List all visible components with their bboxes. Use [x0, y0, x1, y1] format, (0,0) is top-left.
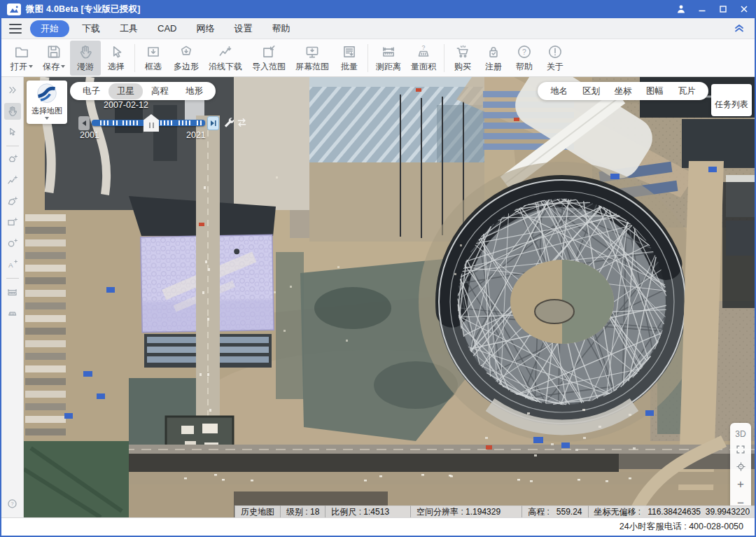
left-toolbar: A ?	[1, 77, 24, 517]
tab-tiles[interactable]: 瓦片	[678, 85, 696, 97]
timeline-prev-button[interactable]	[78, 116, 90, 130]
menu-download[interactable]: 下载	[75, 20, 107, 37]
import-extent-button[interactable]: 导入范围	[247, 41, 290, 76]
cart-icon	[454, 43, 471, 60]
close-button[interactable]	[734, 0, 755, 18]
menu-help[interactable]: 帮助	[265, 20, 297, 37]
box-select-button[interactable]: 框选	[138, 41, 169, 76]
lock-check-icon	[485, 43, 502, 60]
app-logo-icon	[7, 4, 21, 15]
view-control-panel: 3D + −	[730, 423, 751, 515]
locate-icon[interactable]	[736, 461, 746, 472]
tab-coordinates[interactable]: 坐标	[614, 85, 631, 97]
collapse-ribbon-icon[interactable]	[734, 22, 745, 35]
draw-freehand-polygon-icon[interactable]	[4, 151, 21, 168]
menu-start[interactable]: 开始	[30, 20, 69, 37]
folder-icon	[13, 43, 30, 60]
layer-switcher: 电子 卫星 高程 地形	[70, 82, 216, 100]
area-ruler-icon: ?	[415, 43, 432, 60]
status-resolution: 空间分辨率 : 1.194329	[410, 505, 506, 517]
add-text-icon[interactable]: A	[4, 256, 21, 273]
measure-area-icon[interactable]	[4, 305, 21, 321]
ribbon-toolbar: 打开 保存 漫游 选择 框选 多边形 沿线下载 导入范围	[1, 39, 755, 77]
fullscreen-icon[interactable]	[736, 445, 746, 454]
batch-list-icon	[341, 43, 358, 60]
batch-button[interactable]: 批量	[334, 41, 365, 76]
status-history-map: 历史地图	[234, 505, 280, 517]
app-window: 微图 4.0Beta [专业版已授权] 开始 下载 工具 CAD 网络 设置 帮…	[0, 0, 756, 537]
tab-districts[interactable]: 区划	[582, 85, 600, 97]
select-button[interactable]: 选择	[101, 41, 132, 76]
buy-button[interactable]: 购买	[447, 41, 478, 76]
expand-panel-icon[interactable]	[4, 82, 21, 99]
open-button[interactable]: 打开	[6, 41, 38, 76]
menu-tools[interactable]: 工具	[113, 20, 145, 37]
info-tab-bar: 地名 区划 坐标 图幅 瓦片	[538, 82, 708, 100]
save-button[interactable]: 保存	[38, 41, 70, 76]
ruler-icon	[380, 43, 397, 60]
layer-tab-terrain[interactable]: 地形	[177, 83, 211, 99]
mode-3d-button[interactable]: 3D	[735, 430, 746, 438]
user-account-icon[interactable]	[671, 0, 692, 18]
select-map-button[interactable]: 选择地图	[27, 81, 67, 124]
minimize-button[interactable]	[692, 0, 713, 18]
task-list-button[interactable]: 任务列表	[711, 84, 752, 116]
menu-cad[interactable]: CAD	[150, 21, 183, 36]
map-canvas[interactable]: 选择地图 电子 卫星 高程 地形 2007-02-12	[24, 77, 755, 517]
polygon-button[interactable]: 多边形	[169, 41, 204, 76]
screen-icon	[304, 43, 321, 60]
screen-extent-button[interactable]: 屏幕范围	[290, 41, 334, 76]
window-title: 微图 4.0Beta [专业版已授权]	[26, 4, 141, 15]
save-icon	[46, 43, 62, 60]
status-elevation: 高程 : 559.24	[522, 505, 587, 517]
timeline-current-date: 2007-02-12	[104, 100, 148, 110]
layer-tab-electronic[interactable]: 电子	[74, 83, 108, 99]
measure-distance-icon[interactable]	[4, 284, 21, 300]
status-zoom-level: 级别 : 18	[280, 505, 325, 517]
timeline-settings-icon[interactable]	[223, 116, 234, 131]
draw-circle-icon[interactable]	[4, 235, 21, 252]
hamburger-menu-icon[interactable]	[9, 24, 22, 34]
box-download-icon	[145, 43, 162, 60]
draw-polygon-icon[interactable]	[4, 193, 21, 210]
svg-text:?: ?	[10, 501, 13, 507]
register-button[interactable]: 注册	[478, 41, 509, 76]
draw-polyline-icon[interactable]	[4, 172, 21, 189]
maximize-button[interactable]	[713, 0, 734, 18]
select-map-label: 选择地图	[31, 106, 62, 116]
tab-map-sheet[interactable]: 图幅	[646, 85, 664, 97]
svg-text:A: A	[8, 260, 13, 268]
timeline-start-year: 2001	[80, 130, 99, 140]
timeline-next-button[interactable]	[207, 116, 219, 130]
question-circle-icon: ?	[516, 43, 533, 60]
map-status-bar: 历史地图 级别 : 18 比例尺 : 1:4513 空间分辨率 : 1.1943…	[234, 505, 755, 517]
pan-tool-icon[interactable]	[4, 103, 21, 120]
measure-area-button[interactable]: ? 量面积	[406, 41, 441, 76]
globe-icon	[35, 83, 59, 105]
timeline-compare-icon[interactable]	[237, 118, 247, 130]
pan-button[interactable]: 漫游	[70, 41, 101, 76]
service-hotline: 24小时客服电话 : 400-028-0050	[620, 521, 743, 533]
polygon-icon	[178, 43, 195, 60]
sidebar-help-icon[interactable]: ?	[4, 495, 21, 512]
layer-tab-satellite[interactable]: 卫星	[108, 83, 143, 99]
zoom-in-button[interactable]: +	[737, 478, 744, 490]
cursor-icon	[108, 43, 125, 60]
svg-text:?: ?	[422, 44, 426, 51]
layer-tab-elevation[interactable]: 高程	[143, 83, 177, 99]
about-button[interactable]: 关于	[540, 41, 570, 76]
satellite-imagery	[24, 77, 755, 517]
menu-bar: 开始 下载 工具 CAD 网络 设置 帮助	[1, 18, 755, 39]
title-bar: 微图 4.0Beta [专业版已授权]	[1, 0, 755, 18]
menu-settings[interactable]: 设置	[227, 20, 259, 37]
status-scale: 比例尺 : 1:4513	[325, 505, 395, 517]
menu-network[interactable]: 网络	[189, 20, 221, 37]
help-button[interactable]: ? 帮助	[509, 41, 540, 76]
timeline-end-year: 2021	[186, 130, 206, 140]
measure-distance-button[interactable]: 测距离	[371, 41, 406, 76]
hand-icon	[77, 43, 94, 60]
tab-place-names[interactable]: 地名	[550, 85, 568, 97]
draw-rectangle-icon[interactable]	[4, 214, 21, 231]
select-tool-icon[interactable]	[4, 124, 21, 141]
along-line-download-button[interactable]: 沿线下载	[204, 41, 247, 76]
